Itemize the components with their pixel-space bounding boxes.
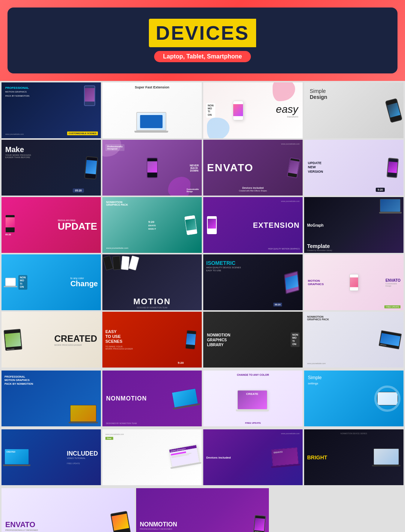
phone-t7 xyxy=(287,157,301,178)
t4-title: SimpleDesign xyxy=(310,88,327,100)
laptop-arch xyxy=(374,386,400,412)
grid-item-27[interactable]: ENVATO Devices included www.yourwebsite.… xyxy=(203,429,303,485)
t11-top: www.yourwebsite.com xyxy=(281,200,300,202)
t28-bright: BRIGHT xyxy=(307,454,327,460)
grid-item-10[interactable]: NONMOTIONGRAPHICS PACK www.yourwebsite.c… xyxy=(102,197,202,253)
t12-sub: Created by Nonmotion Library xyxy=(307,249,332,251)
laptop-device xyxy=(136,112,168,133)
phone-make xyxy=(84,156,98,179)
t9-text: REGULAR FREE UPDATE xyxy=(58,219,97,231)
t13-nonm: NONMOTION xyxy=(18,275,27,290)
laptop-t26: ENVATO Marketplace xyxy=(169,444,201,469)
grid-item-30[interactable]: NONMOTION PROFESSIONALLY DESIGNED NONMOT… xyxy=(136,488,269,532)
header-title: DEVICES xyxy=(156,22,249,44)
t1-url: www.yourwebsite.com xyxy=(5,133,24,135)
grid-item-7[interactable]: ENVATO Devices includedCreated with Afte… xyxy=(203,140,303,196)
t28-top: NONMOTION DEVICE SERIES xyxy=(340,432,367,435)
phone-row-t14 xyxy=(104,256,138,270)
laptop-t22 xyxy=(172,388,200,409)
t16-right: ENVATO CustomizableDesign xyxy=(386,278,400,287)
grid-row-6: PROFESSIONALMOTION GRAPHICSPACK BY NONMO… xyxy=(0,369,405,428)
t23-title: CHANGE TO ANY COLOR xyxy=(237,374,269,376)
t27-url: www.yourwebsite.com xyxy=(281,432,300,435)
phone-device xyxy=(84,85,95,106)
t16-left: MOTIONGRAPHICS xyxy=(308,279,324,286)
t15-time: 05:20 xyxy=(273,303,282,306)
grid-item-16[interactable]: MOTIONGRAPHICS ENVATO CustomizableDesign… xyxy=(304,254,404,310)
t8-text: UPDATENEWVERSION xyxy=(308,161,323,174)
grid-item-14[interactable]: MOTION DESIGNED BY NONMOTION TEAM xyxy=(102,254,202,310)
grid-item-2[interactable]: Super Fast Extension xyxy=(102,82,202,138)
grid-item-8[interactable]: UPDATENEWVERSION 5:20 xyxy=(304,140,404,196)
grid-item-23[interactable]: CHANGE TO ANY COLOR CREATE FREE UPDATE xyxy=(203,371,303,426)
header-yellow-box: DEVICES xyxy=(149,19,256,47)
tablet-t20: ENVATO xyxy=(379,330,402,349)
tablet-t17: ENVATO xyxy=(4,329,22,351)
grid-item-24[interactable]: Simplesettings xyxy=(304,371,404,426)
header-subtitle-wrap: Laptop, Tablet, Smartphone xyxy=(154,51,251,62)
grid-item-9[interactable]: 05:20 REGULAR FREE UPDATE xyxy=(2,197,101,253)
grid-item-3[interactable]: easy transform NONMOTION xyxy=(203,82,303,138)
phone-dark xyxy=(385,98,402,123)
t15-sub1: HIGH QUALITY DEVICE SCENES xyxy=(206,266,241,269)
phone-teal xyxy=(184,215,198,235)
grid-item-15[interactable]: ISOMETRIC HIGH QUALITY DEVICE SCENES EAS… xyxy=(203,254,303,310)
laptop-t12 xyxy=(380,199,402,214)
t24-title: Simplesettings xyxy=(308,375,322,386)
t2-title: Super Fast Extension xyxy=(135,85,169,89)
t7-envato: ENVATO xyxy=(207,162,254,174)
t11-text: EXTENSION xyxy=(253,221,300,229)
t1-text: PROFESSIONALMOTION GRAPHICSPACK BY NONMO… xyxy=(5,86,29,98)
t26-free: Free xyxy=(105,437,113,440)
grid-item-1[interactable]: PROFESSIONALMOTION GRAPHICSPACK BY NONMO… xyxy=(2,82,101,138)
grid-item-26[interactable]: ENVATO Marketplace www.yourwebsite.com F… xyxy=(102,429,202,485)
blob-1 xyxy=(273,82,295,101)
grid-item-13[interactable]: NONMOTION to any color Change xyxy=(2,254,101,310)
grid-item-28[interactable]: NONMOTION DEVICE SERIES BRIGHT xyxy=(304,429,404,485)
grid-item-19[interactable]: NONMOTIONGRAPHICSLIBRARY NONMOTION xyxy=(203,312,303,368)
grid-item-20[interactable]: ENVATO NONMOTIONGRAPHICS PACK www.yourwe… xyxy=(304,312,404,368)
t19-nonm: NONMOTION xyxy=(291,332,300,347)
header-subtitle: Laptop, Tablet, Smartphone xyxy=(163,53,242,60)
t5-text: Make YOUR WORK PROCESSEASIER THAN BEFORE xyxy=(5,145,31,158)
t12-template: Template xyxy=(307,243,330,249)
phone-red xyxy=(185,330,197,350)
grid-item-11[interactable]: EXTENSION HIGH QUALITY MOTION GRAPHICS w… xyxy=(203,197,303,253)
t25-text: INCLUDED VIDEO TUTORIAL FREE UPDATE xyxy=(67,450,98,465)
t22-sub: DESIGNED BY NONMOTION TEAM xyxy=(106,422,137,424)
t19-text: NONMOTIONGRAPHICSLIBRARY xyxy=(207,332,230,347)
t10-title: NONMOTIONGRAPHICS PACK xyxy=(106,201,128,206)
laptop-t25: CREATED xyxy=(4,449,30,466)
grid-item-17[interactable]: ENVATO CREATED WORK PROCESS EASIER xyxy=(2,312,101,368)
laptop-t28 xyxy=(374,448,400,466)
t10-badge: 5:20ENVATOMADE IT xyxy=(148,220,156,230)
t26-url: www.yourwebsite.com xyxy=(105,433,124,435)
t18-text: EASYTO USESCENES TO MAKE YOURWORK PROCES… xyxy=(105,329,133,350)
phone-t8 xyxy=(387,157,399,178)
t23-sub: FREE UPDATE xyxy=(245,422,261,424)
t7-devices: Devices includedCreated with After Effec… xyxy=(239,187,267,192)
phone-t16 xyxy=(350,274,358,291)
grid-item-12[interactable]: MoGraph Template Created by Nonmotion Li… xyxy=(304,197,404,253)
grid-item-21[interactable]: PROFESSIONALMOTION GRAPHICSPACK BY NONMO… xyxy=(2,371,101,426)
t18-time: 5:20 xyxy=(178,361,184,365)
grid-item-5[interactable]: Make YOUR WORK PROCESSEASIER THAN BEFORE… xyxy=(2,140,101,196)
grid-item-6[interactable]: ProfessionallyDesigned NEVERBACKDOWN Cus… xyxy=(102,140,202,196)
grid-item-29[interactable]: ENVATO PROFESSIONALLY DESIGNED ENVATO xyxy=(2,488,135,532)
grid-item-4[interactable]: SimpleDesign xyxy=(304,82,404,138)
phone-t30: NONMOTION xyxy=(253,515,266,532)
grid-item-18[interactable]: EASYTO USESCENES TO MAKE YOURWORK PROCES… xyxy=(102,312,202,368)
grid-item-25[interactable]: CREATED INCLUDED VIDEO TUTORIAL FREE UPD… xyxy=(2,429,101,485)
t5-badge: 05:20 xyxy=(73,188,84,193)
t3-nonmotion: NONMOTION xyxy=(206,103,215,118)
t6-custom: CustomizableDesign xyxy=(186,188,199,193)
grid-row-7: CREATED INCLUDED VIDEO TUTORIAL FREE UPD… xyxy=(0,428,405,487)
t30-text: NONMOTION PROFESSIONALLY DESIGNED xyxy=(140,521,177,530)
header-inner: DEVICES Laptop, Tablet, Smartphone xyxy=(8,7,398,73)
t12-mograph: MoGraph xyxy=(307,223,324,227)
grid-item-22[interactable]: NONMOTION DESIGNED BY NONMOTION TEAM xyxy=(102,371,202,426)
t22-nonmotion: NONMOTION xyxy=(106,395,147,402)
t3-text: easy transform xyxy=(276,103,298,118)
t6-neverback: NEVERBACKDOWN xyxy=(190,164,199,172)
tablet-t13 xyxy=(5,278,17,287)
